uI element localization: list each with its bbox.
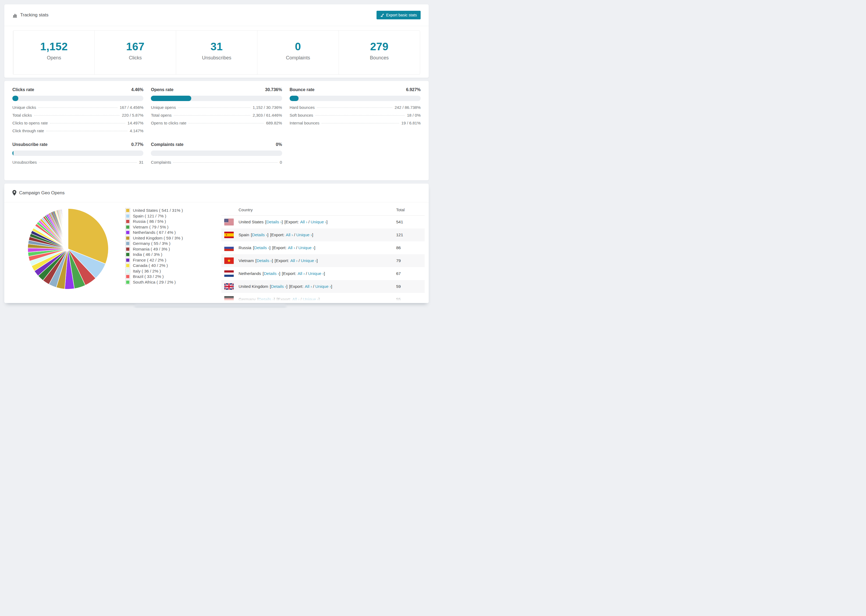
rates-grid: Clicks rate 4.46% Unique clicks 167 / 4.… <box>13 87 420 168</box>
rate-progress-fill <box>13 96 18 101</box>
rate-block: Unsubscribe rate 0.77% Unsubscribes 31 <box>13 142 143 168</box>
rate-detail-row: Unsubscribes 31 <box>13 160 143 168</box>
stat-box: 1,152 Opens <box>13 31 94 74</box>
open-bracket: [ <box>277 297 277 302</box>
dotted-leader <box>173 162 277 163</box>
export-unique-link[interactable]: Unique › <box>311 220 326 224</box>
tracking-stats-header: Tracking stats Export basic stats <box>4 4 429 26</box>
legend-swatch <box>125 252 130 257</box>
geo-table: Country Total United States [Details ›] … <box>221 206 425 303</box>
legend-label: Vietnam ( 79 / 5% ) <box>133 225 168 229</box>
rate-percent: 30.736% <box>265 87 282 92</box>
legend-item: Brazil ( 33 / 2% ) <box>125 274 183 280</box>
rate-percent: 4.46% <box>131 87 143 92</box>
stat-value: 1,152 <box>13 41 94 53</box>
export-unique-link[interactable]: Unique › <box>301 258 317 263</box>
legend-swatch <box>125 225 130 229</box>
rate-title: Bounce rate <box>290 87 314 92</box>
rate-progress-track <box>13 151 143 156</box>
country-total: 67 <box>396 271 401 276</box>
legend-swatch <box>125 280 130 284</box>
rate-progress-track <box>13 96 143 101</box>
export-unique-link[interactable]: Unique › <box>303 297 319 302</box>
rate-detail-label: Total opens <box>151 113 172 118</box>
details-link[interactable]: Details › <box>254 245 269 250</box>
details-link[interactable]: Details › <box>266 220 282 225</box>
legend-item: France ( 42 / 2% ) <box>125 258 183 263</box>
legend-swatch <box>125 236 130 240</box>
geo-table-row: Netherlands [Details ›] [Export:All ›/Un… <box>221 267 425 280</box>
details-link[interactable]: Details › <box>252 233 267 237</box>
export-icon <box>380 13 384 17</box>
export-all-link[interactable]: All › <box>298 271 305 276</box>
legend-label: Brazil ( 33 / 2% ) <box>133 274 164 279</box>
legend-label: Spain ( 121 / 7% ) <box>133 214 166 218</box>
export-all-link[interactable]: All › <box>290 258 298 263</box>
rate-title: Unsubscribe rate <box>13 142 47 147</box>
bar-chart-icon <box>13 13 17 18</box>
close-bracket: ] <box>269 245 271 250</box>
rate-detail-value: 19 / 6.81% <box>401 121 420 125</box>
stat-value: 0 <box>257 41 339 53</box>
geo-table-row: Vietnam [Details ›] [Export:All ›/Unique… <box>221 254 425 267</box>
tracking-stats-title-row: Tracking stats <box>13 13 49 18</box>
rate-block: Complaints rate 0% Complaints 0 <box>151 142 282 168</box>
export-all-link[interactable]: All › <box>300 220 307 224</box>
stat-value: 167 <box>94 41 176 53</box>
legend-label: United Kingdom ( 59 / 3% ) <box>133 236 183 240</box>
export-label: Export: <box>271 233 284 237</box>
details-link[interactable]: Details › <box>264 271 279 276</box>
rate-detail-row: Opens to clicks rate 689.82% <box>151 121 282 129</box>
rate-detail-label: Click through rate <box>13 129 44 133</box>
rate-detail-row: Clicks to opens rate 14.497% <box>13 121 143 129</box>
export-unique-link[interactable]: Unique › <box>298 245 314 250</box>
country-name: Germany <box>239 297 256 302</box>
country-flag-icon <box>224 283 234 290</box>
details-link[interactable]: Details › <box>258 297 274 302</box>
legend-label: Russia ( 86 / 5% ) <box>133 219 166 224</box>
export-all-link[interactable]: All › <box>305 284 312 289</box>
export-all-link[interactable]: All › <box>292 297 299 302</box>
export-unique-link[interactable]: Unique › <box>296 233 312 237</box>
rate-detail-label: Unique opens <box>151 105 176 110</box>
export-unique-link[interactable]: Unique › <box>315 284 331 289</box>
rate-detail-row: Click through rate 4.147% <box>13 129 143 136</box>
country-name: Russia <box>239 245 251 250</box>
legend-swatch <box>125 258 130 262</box>
stat-box: 279 Bounces <box>339 31 420 74</box>
rate-detail-value: 18 / 0% <box>407 113 420 118</box>
geo-header: Campaign Geo Opens <box>4 184 429 203</box>
rate-detail-row: Complaints 0 <box>151 160 282 168</box>
legend-label: India ( 46 / 3% ) <box>133 252 162 257</box>
details-link[interactable]: Details › <box>257 258 272 263</box>
export-all-link[interactable]: All › <box>288 245 295 250</box>
export-basic-stats-button[interactable]: Export basic stats <box>376 11 420 19</box>
rate-detail-value: 167 / 4.456% <box>120 105 143 110</box>
legend-item: Romania ( 49 / 3% ) <box>125 247 183 252</box>
column-header-country: Country <box>239 207 253 212</box>
rate-detail-value: 689.82% <box>266 121 282 125</box>
geo-pie-legend: United States ( 541 / 31% ) Spain ( 121 … <box>125 208 183 285</box>
details-link[interactable]: Details › <box>271 284 287 289</box>
legend-label: Romania ( 49 / 3% ) <box>133 247 170 251</box>
rate-detail-row: Internal bounces 19 / 6.81% <box>290 121 420 129</box>
rate-detail-label: Clicks to opens rate <box>13 121 48 125</box>
rate-progress-fill <box>151 96 191 101</box>
dotted-leader <box>315 115 405 116</box>
export-all-link[interactable]: All › <box>286 233 293 237</box>
country-total: 79 <box>396 258 401 263</box>
country-total: 55 <box>396 297 401 302</box>
country-total: 541 <box>396 220 403 225</box>
rate-progress-fill <box>290 96 299 101</box>
country-flag-icon <box>224 258 234 264</box>
export-label: Export: <box>273 245 287 250</box>
stat-label: Opens <box>13 55 94 61</box>
tracking-stats-card: Tracking stats Export basic stats 1,152 … <box>4 4 429 78</box>
geo-table-row: United Kingdom [Details ›] [Export:All ›… <box>221 280 425 293</box>
close-bracket: ] <box>312 233 313 237</box>
geo-table-row: Germany [Details ›] [Export:All ›/Unique… <box>221 293 425 303</box>
dotted-leader <box>39 162 137 163</box>
export-unique-link[interactable]: Unique › <box>308 271 324 276</box>
stat-box: 167 Clicks <box>94 31 176 74</box>
rate-detail-label: Hard bounces <box>290 105 315 110</box>
